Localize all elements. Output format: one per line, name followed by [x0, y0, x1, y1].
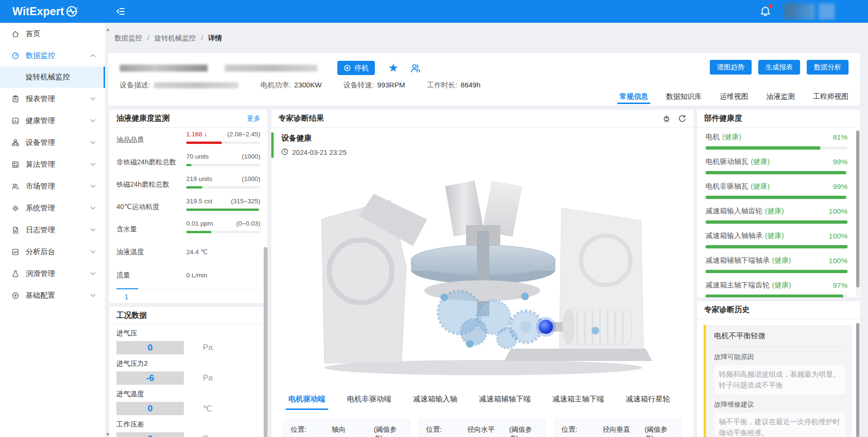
tab-gearbox-planet-gear[interactable]: 减速箱行星轮: [626, 394, 670, 410]
tab-gearbox-input-shaft[interactable]: 减速箱输入轴: [413, 394, 458, 410]
machine-hotspot[interactable]: [521, 293, 529, 300]
position-value: 轴向: [332, 425, 373, 437]
tab-general-info[interactable]: 常规信息: [620, 87, 648, 105]
device-health-status-block: 设备健康 2024-03-21 23:25: [271, 133, 694, 158]
sidebar-item-device-mgmt[interactable]: 设备管理: [0, 132, 105, 153]
notification-dot: [769, 4, 773, 8]
health-scrollbar-thumb[interactable]: [856, 131, 859, 287]
oil-health-panel: 油液健康度监测 更多 油品品质 1.168↓(2.08~2.45) 非铁磁24h…: [109, 110, 267, 303]
device-status-badge[interactable]: 停机: [337, 61, 375, 75]
oil-metric-row: 流量 0 L/min: [116, 266, 260, 285]
oil-metric-row: 40℃运动粘度 319.5 cst(315~325): [116, 198, 260, 216]
component-health-bar: [706, 270, 848, 273]
spectrum-trend-button[interactable]: 谱图趋势: [710, 60, 752, 75]
machine-hotspot[interactable]: [466, 340, 474, 348]
pulse-logo-icon: [65, 4, 80, 19]
sidebar-scroll-down[interactable]: ▼: [105, 432, 110, 437]
sidebar-item-health-mgmt[interactable]: 健康管理: [0, 110, 105, 132]
oil-metric-row: 油品品质 1.168↓(2.08~2.45): [116, 131, 260, 149]
component-percent: 100%: [829, 207, 848, 216]
sidebar-scroll-up[interactable]: ▲: [105, 27, 110, 32]
fault-cause-label: 故障可能原因: [714, 353, 846, 361]
machine-hotspot-selected[interactable]: [539, 320, 553, 334]
sidebar-item-analysis-backend[interactable]: 分析后台: [0, 241, 105, 263]
oil-metric-bar: [186, 231, 211, 233]
clean-brush-icon[interactable]: [661, 114, 669, 123]
condition-row: 进气压 0Pa: [116, 329, 260, 354]
sidebar-item-system-mgmt[interactable]: 系统管理: [0, 197, 105, 219]
team-icon[interactable]: [410, 63, 421, 74]
condition-row: 工作压差 8Pa: [116, 420, 260, 437]
oil-more-link[interactable]: 更多: [247, 114, 260, 123]
sidebar-item-rotating-machinery[interactable]: 旋转机械监控: [0, 66, 105, 88]
favorite-star-icon[interactable]: ★: [388, 62, 399, 74]
sidebar-item-algorithm-mgmt[interactable]: 算法管理: [0, 153, 105, 175]
threshold-ref-label: (阈值参考): [509, 425, 539, 437]
data-analysis-button[interactable]: 数据分析: [807, 60, 849, 75]
component-percent: 81%: [833, 133, 848, 142]
tab-gearbox-aux-shaft-lower[interactable]: 减速箱辅轴下端: [479, 394, 531, 410]
chevron-down-icon: [90, 250, 95, 254]
component-status: (健康): [722, 133, 741, 142]
machine-3d-view: [271, 174, 694, 377]
component-health-bar: [706, 220, 848, 224]
breadcrumb-item[interactable]: 数据监控: [114, 34, 142, 43]
left-column: 油液健康度监测 更多 油品品质 1.168↓(2.08~2.45) 非铁磁24h…: [109, 110, 267, 437]
tab-motor-nondrive-end[interactable]: 电机非驱动端: [347, 394, 391, 410]
tab-ops-view[interactable]: 运维视图: [720, 87, 748, 105]
sidebar-item-market-mgmt[interactable]: 市场管理: [0, 175, 105, 197]
fault-advice-label: 故障维修建议: [714, 400, 846, 409]
sidebar-item-lubrication-mgmt[interactable]: 润滑管理: [0, 263, 105, 285]
user-avatar[interactable]: [784, 3, 835, 19]
sidebar-item-label: 数据监控: [26, 51, 84, 61]
refresh-icon[interactable]: [678, 114, 687, 123]
oil-metric-bar: [186, 209, 259, 211]
health-item: 减速箱输入轴齿轮(健康)100%: [706, 207, 848, 224]
sidebar-item-label: 旋转机械监控: [26, 72, 70, 82]
sidebar-item-label: 设备管理: [26, 138, 84, 148]
oil-metric-label: 非铁磁24h磨粒总数: [116, 153, 186, 171]
clock-icon: [281, 148, 288, 157]
tab-engineer-view[interactable]: 工程师视图: [813, 87, 849, 105]
tab-motor-drive-end[interactable]: 电机驱动端: [288, 394, 325, 410]
health-item: 电机(健康)81%: [706, 133, 848, 150]
sidebar-item-report-mgmt[interactable]: 报表管理: [0, 88, 105, 110]
notification-bell-icon[interactable]: [760, 6, 771, 17]
component-status: (健康): [765, 231, 784, 240]
health-panel-title: 部件健康度: [704, 114, 742, 124]
sidebar-item-log-mgmt[interactable]: 日志管理: [0, 219, 105, 241]
right-column: 部件健康度 电机(健康)81% 电机驱动轴瓦(健康)99% 电机非驱轴瓦(健康)…: [697, 110, 860, 437]
condition-row: 进气温度 0℃: [116, 390, 260, 415]
document-icon: [11, 226, 19, 234]
condition-value-box: 0: [116, 402, 184, 415]
pagination-page-1[interactable]: 1: [124, 293, 128, 301]
component-health-bar: [706, 294, 843, 297]
threshold-ref-label: (阈值参考): [374, 425, 403, 437]
condition-value: 8: [148, 434, 153, 437]
sidebar-collapse-icon[interactable]: [115, 6, 126, 17]
oil-metric-label: 油液温度: [116, 247, 186, 256]
machine-hotspot[interactable]: [440, 294, 448, 301]
tab-gearbox-main-shaft-lower[interactable]: 减速箱主轴下端: [553, 394, 604, 410]
generate-report-button[interactable]: 生成报表: [758, 60, 800, 75]
tab-knowledge-base[interactable]: 数据知识库: [666, 87, 702, 105]
sidebar-item-label: 健康管理: [26, 116, 84, 126]
sidebar-item-label: 算法管理: [26, 160, 84, 170]
position-label: 位置:: [562, 425, 602, 437]
power-value: 2300KW: [294, 81, 322, 90]
condition-unit: Pa: [203, 343, 213, 352]
component-status: (健康): [751, 157, 770, 166]
history-scrollbar-thumb[interactable]: [856, 323, 859, 437]
tab-oil-monitor[interactable]: 油液监测: [766, 87, 795, 105]
sidebar-item-data-monitor[interactable]: 数据监控: [0, 45, 105, 66]
component-status: (健康): [772, 281, 791, 290]
sidebar-item-basic-config[interactable]: 基础配置: [0, 285, 105, 306]
avatar-redacted-block: [784, 3, 815, 19]
sidebar-item-home[interactable]: 首页: [0, 23, 105, 45]
breadcrumb-item[interactable]: 旋转机械监控: [154, 34, 196, 43]
chevron-down-icon: [90, 141, 95, 144]
machine-hotspot[interactable]: [591, 327, 599, 334]
oil-metric-range: (315~325): [231, 198, 260, 205]
condition-unit: Pa: [203, 434, 213, 437]
left-column-scrollbar[interactable]: [264, 247, 267, 437]
